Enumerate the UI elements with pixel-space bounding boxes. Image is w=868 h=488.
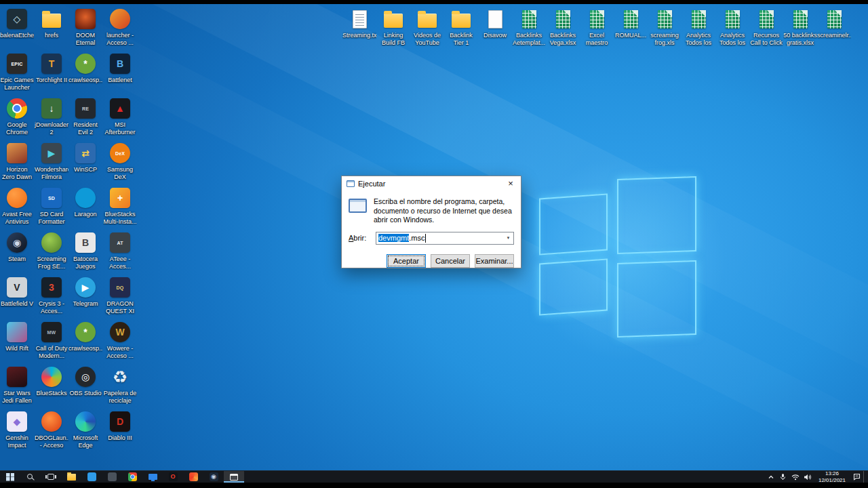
desktop-file-icon[interactable]: Linking Build FB [376,5,410,50]
desktop-icon[interactable]: DeX Samsung DeX [103,140,137,184]
desktop-icon[interactable]: B Battlenet [103,50,137,95]
desktop-icon[interactable]: ⇄ WinSCP [68,140,102,184]
tray-mic-icon[interactable] [777,471,789,483]
desktop-icon[interactable]: Avast Free Antivirus [0,184,34,229]
action-center-icon[interactable] [851,471,863,483]
browse-button[interactable]: Examinar... [475,254,514,268]
desktop-file-icon[interactable]: Backlinks Vega.xlsx [546,5,580,50]
desktop-file-icon[interactable]: Analytics Todos los d... [715,5,749,50]
desktop-icon[interactable]: MW Call of Duty Modern... [35,319,68,363]
desktop-icon-label: Wild Rift [0,345,34,352]
desktop-icon[interactable]: hrefs [35,5,68,50]
desktop-icon-label: Wondershare Filmora [35,166,68,180]
desktop-icon[interactable]: Screaming Frog SE... [35,229,68,274]
taskbar-app-button[interactable]: O [163,471,183,483]
desktop-icon[interactable]: Star Wars Jedi Fallen Order [0,363,34,408]
desktop-icon[interactable]: ↓ jDownloader 2 [35,95,68,140]
desktop-icon[interactable]: SD SD Card Formatter [35,184,68,229]
desktop-icon[interactable]: B Batocera Juegos Retro [68,229,102,274]
taskbar-app-button[interactable] [102,471,122,483]
desktop-icon[interactable]: EPIC Epic Games Launcher [0,50,34,95]
taskbar-app-button[interactable] [81,471,102,483]
desktop-icon[interactable]: ◆ Genshin Impact [0,408,34,453]
desktop-icon[interactable]: 3 Crysis 3 - Acces... [35,274,68,319]
desktop-icon[interactable]: Laragon [68,184,102,229]
start-button[interactable] [0,471,20,483]
desktop-icon[interactable]: BlueStacks [35,363,68,408]
desktop-icon[interactable]: * crawlseosp... [68,319,102,363]
desktop-file-icon[interactable]: Analytics Todos los d... [682,5,715,50]
file-icon-label: screaming frog.xls [648,32,682,46]
clock-date: 12/01/2021 [814,477,850,484]
taskbar-app-button[interactable] [183,471,203,483]
desktop-icon[interactable]: ♻ Papelera de reciclaje [103,363,137,408]
desktop-file-icon[interactable]: 50 backlinks gratis.xlsx [783,5,817,50]
desktop-icon[interactable]: V Battlefield V [0,274,34,319]
ok-button[interactable]: Aceptar [387,254,426,268]
tray-chevron-up-icon[interactable] [765,471,776,483]
search-button[interactable] [20,471,41,483]
tray-network-icon[interactable] [789,471,801,483]
desktop-icon[interactable]: AT ATeee - Acces... [103,229,137,274]
desktop-icon-label: WinSCP [68,166,102,174]
run-dialog-titlebar[interactable]: Ejecutar × [342,176,521,190]
taskbar-clock[interactable]: 13:26 12/01/2021 [814,470,850,483]
desktop-icon[interactable]: ▲ MSI Afterburner [103,95,137,140]
windows-logo-icon [6,473,14,481]
desktop-file-icon[interactable]: Recursos Call to Click - T... [749,5,783,50]
tray-volume-icon[interactable] [802,471,813,483]
desktop-icon[interactable]: DQ DRAGON QUEST XI E... [103,274,137,319]
cancel-button[interactable]: Cancelar [431,254,470,268]
desktop-icon[interactable]: ◇ balenaEtcher [0,5,34,50]
desktop-icon-label: MSI Afterburner [103,121,137,136]
desktop-icon[interactable]: D Diablo III [103,408,137,453]
desktop-icon-image: + [110,188,130,208]
desktop-file-icon[interactable]: Backlinks Aetemplat... [512,5,546,50]
desktop-icon[interactable]: ◎ OBS Studio [68,363,102,408]
desktop-icon[interactable]: Google Chrome [0,95,34,140]
desktop-icon-label: DRAGON QUEST XI E... [103,300,137,315]
desktop-icon-label: Wowere - Acceso ... [103,345,137,359]
desktop-icon[interactable]: DBOGLaun... - Acceso di... [35,408,68,453]
show-desktop-button[interactable] [863,471,867,483]
desktop-icon[interactable]: W Wowere - Acceso ... [103,319,137,363]
desktop-icon[interactable]: T Torchlight II [35,50,68,95]
desktop-icon-image: 3 [41,277,62,298]
desktop-file-icon[interactable]: Backlink Tier 1 [444,5,478,50]
desktop-file-icon[interactable]: screaming frog.xls [648,5,682,50]
desktop-icon[interactable]: Horizon Zero Dawn [0,140,34,184]
desktop-icon[interactable]: ▶ Telegram [68,274,102,319]
taskbar-app-button[interactable] [122,471,142,483]
desktop-icon-label: DBOGLaun... - Acceso di... [35,434,68,449]
desktop-icon[interactable]: RE Resident Evil 2 [68,95,102,140]
close-icon[interactable]: × [500,176,521,190]
file-icon-image [692,10,706,28]
desktop-icon[interactable]: + BlueStacks Multi-Insta... [103,184,137,229]
desktop-file-icon[interactable]: screaminelr... [817,5,851,50]
desktop-icon-label: Crysis 3 - Acces... [35,300,68,314]
desktop-icon[interactable]: DOOM Eternal [68,5,102,50]
desktop-file-icon[interactable]: ROMUAL... [614,5,648,50]
desktop-file-icon[interactable]: Videos de YouTube [410,5,444,50]
combo-dropdown-icon[interactable]: ▼ [503,232,513,244]
run-command-rest-text: .msc [409,234,425,242]
desktop-icon[interactable]: Wild Rift [0,319,34,363]
desktop-icon-image [41,411,62,432]
desktop-file-icon[interactable]: Excel maestro lin... [580,5,614,50]
desktop-icon-label: SD Card Formatter [35,211,68,225]
desktop[interactable]: ◇ balenaEtcher EPIC Epic Games Launcher … [0,4,868,470]
desktop-icon[interactable]: ◉ Steam [0,229,34,274]
task-view-button[interactable] [41,471,61,483]
taskbar-app-button[interactable] [61,471,81,483]
file-icon-label: 50 backlinks gratis.xlsx [783,32,817,46]
run-command-input[interactable]: devmgmt.msc ▼ [376,232,514,245]
taskbar-app-button[interactable] [224,471,244,483]
desktop-file-icon[interactable]: Streaming.txt [342,5,376,50]
desktop-icon[interactable]: ▶ Wondershare Filmora [35,140,68,184]
desktop-icon[interactable]: * crawlseosp... [68,50,102,95]
taskbar-app-button[interactable] [142,471,163,483]
taskbar-app-button[interactable]: ◉ [203,471,224,483]
desktop-file-icon[interactable]: Disavow [478,5,512,50]
desktop-icon[interactable]: Microsoft Edge [68,408,102,453]
desktop-icon[interactable]: launcher - Acceso ... [103,5,137,50]
